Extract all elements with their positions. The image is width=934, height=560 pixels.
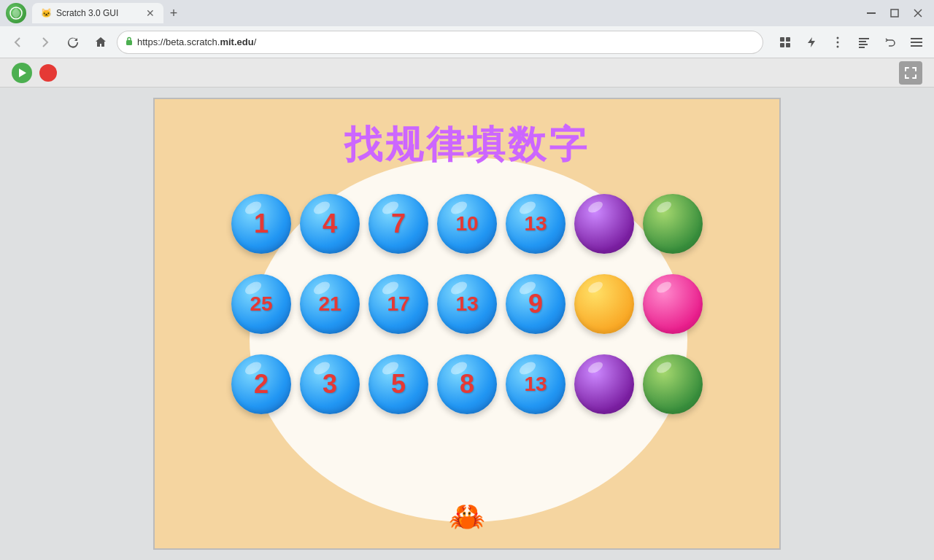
secure-icon (126, 36, 133, 48)
ball-2: 2 (231, 354, 291, 414)
ball-10: 10 (437, 194, 497, 254)
browser-window: 🐱 Scratch 3.0 GUI ✕ + (0, 0, 934, 560)
ball-21: 21 (300, 274, 360, 334)
browser-logo-icon (6, 3, 26, 23)
undo-button[interactable] (879, 31, 902, 54)
stop-button[interactable] (39, 64, 57, 82)
ball-9: 9 (506, 274, 566, 334)
back-button[interactable] (6, 31, 29, 54)
green-flag-button[interactable] (12, 63, 32, 83)
close-button[interactable] (908, 3, 928, 23)
svg-rect-15 (859, 44, 868, 45)
restore-button[interactable] (884, 3, 905, 23)
ball-13-r3: 13 (506, 354, 566, 414)
tab-favicon-icon: 🐱 (41, 8, 52, 18)
svg-rect-9 (786, 43, 790, 47)
svg-rect-1 (867, 12, 876, 14)
ball-plain-green-1 (643, 194, 703, 254)
ball-4: 4 (300, 194, 360, 254)
toolbar: https://beta.scratch.mit.edu/ (0, 26, 934, 58)
ball-3: 3 (300, 354, 360, 414)
tab-title-text: Scratch 3.0 GUI (56, 8, 142, 18)
active-tab[interactable]: 🐱 Scratch 3.0 GUI ✕ (32, 3, 163, 23)
svg-rect-8 (780, 43, 784, 47)
toolbar-more-button[interactable] (826, 31, 849, 54)
svg-point-11 (837, 41, 839, 43)
title-bar: 🐱 Scratch 3.0 GUI ✕ + (0, 0, 934, 26)
ball-plain-purple-2 (574, 354, 634, 414)
svg-point-10 (837, 36, 839, 39)
ball-8: 8 (437, 354, 497, 414)
ball-5: 5 (368, 354, 428, 414)
stage-container: 找规律填数字 1 4 7 10 13 25 21 17 (0, 88, 934, 560)
ball-25: 25 (231, 274, 291, 334)
fullscreen-button[interactable] (899, 61, 922, 85)
address-bar[interactable]: https://beta.scratch.mit.edu/ (117, 31, 763, 54)
ball-plain-pink (643, 274, 703, 334)
svg-rect-7 (786, 37, 790, 42)
scratch-controls-bar (0, 58, 934, 88)
lightning-button[interactable] (800, 31, 823, 54)
svg-rect-13 (859, 38, 869, 39)
svg-point-12 (837, 45, 839, 47)
menu-button[interactable] (905, 31, 928, 54)
stage-title: 找规律填数字 (155, 120, 779, 171)
ball-row-2: 25 21 17 13 9 (231, 274, 703, 334)
tab-bar: 🐱 Scratch 3.0 GUI ✕ + (29, 3, 187, 23)
window-controls (861, 3, 928, 23)
ball-row-1: 1 4 7 10 13 (231, 194, 703, 254)
ball-plain-purple-1 (574, 194, 634, 254)
svg-rect-14 (859, 41, 866, 42)
svg-rect-6 (780, 37, 784, 42)
home-button[interactable] (89, 31, 112, 54)
extensions-button[interactable] (773, 31, 797, 54)
ball-13-r2: 13 (437, 274, 497, 334)
url-text: https://beta.scratch.mit.edu/ (137, 36, 754, 47)
ball-13: 13 (506, 194, 566, 254)
ball-plain-yellow (574, 274, 634, 334)
refresh-button[interactable] (61, 31, 85, 54)
forward-button[interactable] (34, 31, 57, 54)
ball-17: 17 (368, 274, 428, 334)
minimize-button[interactable] (861, 3, 881, 23)
tab-close-button[interactable]: ✕ (146, 7, 155, 19)
crab-sprite: 🦀 (449, 499, 485, 534)
balls-area: 1 4 7 10 13 25 21 17 13 9 (155, 194, 779, 414)
svg-marker-20 (19, 69, 26, 77)
ball-1: 1 (231, 194, 291, 254)
svg-rect-2 (891, 9, 898, 17)
scratch-stage: 找规律填数字 1 4 7 10 13 25 21 17 (153, 98, 781, 550)
reading-view-button[interactable] (852, 31, 876, 54)
svg-rect-16 (859, 47, 865, 48)
ball-7: 7 (368, 194, 428, 254)
new-tab-button[interactable]: + (163, 3, 184, 23)
ball-row-3: 2 3 5 8 13 (231, 354, 703, 414)
toolbar-right (773, 31, 928, 54)
ball-plain-green-2 (643, 354, 703, 414)
svg-rect-5 (126, 40, 132, 45)
